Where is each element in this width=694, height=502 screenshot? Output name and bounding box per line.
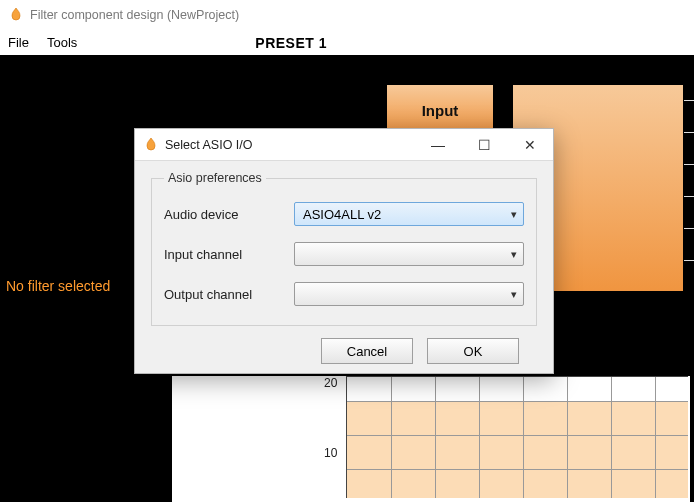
gridline xyxy=(391,377,392,498)
label-audio-device: Audio device xyxy=(164,207,294,222)
y-tick-20: 20 xyxy=(324,376,340,390)
dialog-logo-icon xyxy=(143,137,159,153)
main-titlebar: Filter component design (NewProject) xyxy=(0,0,694,30)
wire xyxy=(684,132,694,133)
dialog-titlebar[interactable]: Select ASIO I/O — ☐ ✕ xyxy=(135,129,553,161)
output-channel-combo[interactable]: ▾ xyxy=(294,282,524,306)
wire xyxy=(684,164,694,165)
preset-label: PRESET 1 xyxy=(255,35,327,51)
gridline xyxy=(435,377,436,498)
wire xyxy=(684,260,694,261)
gridline xyxy=(347,469,688,470)
minimize-icon: — xyxy=(431,137,445,153)
maximize-button[interactable]: ☐ xyxy=(461,129,507,160)
menu-tools[interactable]: Tools xyxy=(47,35,77,50)
close-button[interactable]: ✕ xyxy=(507,129,553,160)
menu-file[interactable]: File xyxy=(8,35,29,50)
app-logo-icon xyxy=(8,7,24,23)
gridline xyxy=(347,401,688,402)
dialog-buttons: Cancel OK xyxy=(151,326,537,364)
row-audio-device: Audio device ASIO4ALL v2 ▾ xyxy=(164,197,524,231)
asio-preferences-group: Asio preferences Audio device ASIO4ALL v… xyxy=(151,171,537,326)
label-input-channel: Input channel xyxy=(164,247,294,262)
plot-area xyxy=(347,401,688,498)
chevron-down-icon: ▾ xyxy=(511,288,517,301)
y-tick-10: 10 xyxy=(324,446,340,460)
wire xyxy=(684,228,694,229)
main-title: Filter component design (NewProject) xyxy=(30,8,239,22)
minimize-button[interactable]: — xyxy=(415,129,461,160)
menubar: File Tools PRESET 1 xyxy=(0,30,694,56)
group-legend: Asio preferences xyxy=(164,171,266,185)
gridline xyxy=(655,377,656,498)
gridline xyxy=(611,377,612,498)
chevron-down-icon: ▾ xyxy=(511,208,517,221)
app-window: Filter component design (NewProject) Fil… xyxy=(0,0,694,502)
row-input-channel: Input channel ▾ xyxy=(164,237,524,271)
maximize-icon: ☐ xyxy=(478,137,491,153)
close-icon: ✕ xyxy=(524,137,536,153)
dialog-window-controls: — ☐ ✕ xyxy=(415,129,553,160)
input-block-label: Input xyxy=(422,102,459,119)
status-no-filter: No filter selected xyxy=(6,278,110,294)
dialog-body: Asio preferences Audio device ASIO4ALL v… xyxy=(135,161,553,364)
gridline xyxy=(479,377,480,498)
gridline xyxy=(523,377,524,498)
row-output-channel: Output channel ▾ xyxy=(164,277,524,311)
chevron-down-icon: ▾ xyxy=(511,248,517,261)
asio-dialog: Select ASIO I/O — ☐ ✕ Asio preferences A… xyxy=(134,128,554,374)
graph-panel: 20 10 xyxy=(172,376,690,502)
wire xyxy=(684,100,694,101)
gridline xyxy=(347,435,688,436)
label-output-channel: Output channel xyxy=(164,287,294,302)
audio-device-combo[interactable]: ASIO4ALL v2 ▾ xyxy=(294,202,524,226)
graph-grid xyxy=(346,376,688,498)
cancel-button[interactable]: Cancel xyxy=(321,338,413,364)
input-channel-combo[interactable]: ▾ xyxy=(294,242,524,266)
ok-button[interactable]: OK xyxy=(427,338,519,364)
audio-device-value: ASIO4ALL v2 xyxy=(303,207,381,222)
dialog-title: Select ASIO I/O xyxy=(165,138,415,152)
wire xyxy=(684,196,694,197)
gridline xyxy=(567,377,568,498)
